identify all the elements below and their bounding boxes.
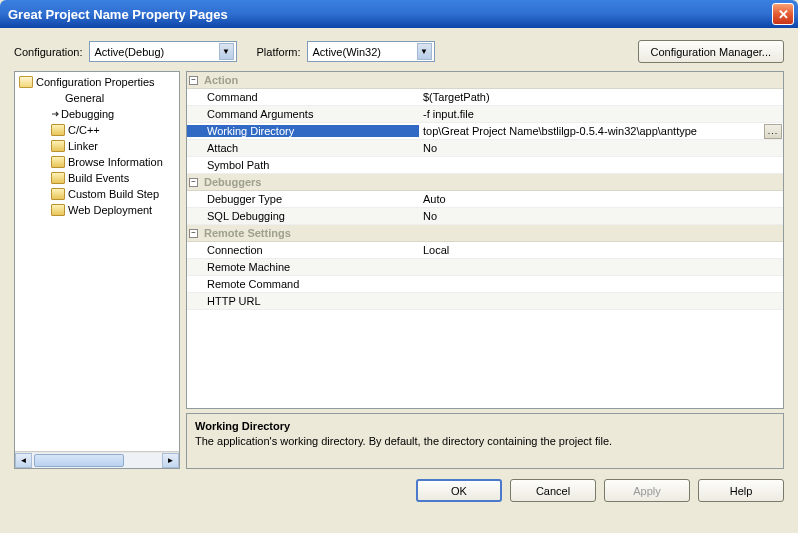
tree-item-label: Build Events (68, 172, 129, 184)
property-value: Auto (423, 193, 446, 205)
tree-item-label: C/C++ (68, 124, 100, 136)
property-row[interactable]: Remote Command (187, 276, 783, 293)
ellipsis-button[interactable]: ... (764, 124, 782, 139)
close-button[interactable]: ✕ (772, 3, 794, 25)
property-row[interactable]: Symbol Path (187, 157, 783, 174)
folder-icon (51, 204, 65, 216)
property-row[interactable]: Debugger TypeAuto (187, 191, 783, 208)
property-row[interactable]: Command$(TargetPath) (187, 89, 783, 106)
apply-button[interactable]: Apply (604, 479, 690, 502)
group-title: Action (204, 74, 238, 86)
property-value: No (423, 142, 437, 154)
property-grid: −ActionCommand$(TargetPath)Command Argum… (186, 71, 784, 409)
horizontal-scrollbar[interactable]: ◄ ► (15, 451, 179, 468)
tree-item[interactable]: Debugging (15, 106, 179, 122)
property-value: -f input.file (423, 108, 474, 120)
property-name: Remote Machine (187, 261, 419, 273)
tree-item[interactable]: Linker (15, 138, 179, 154)
collapse-icon[interactable]: − (189, 178, 198, 187)
property-name: HTTP URL (187, 295, 419, 307)
property-row[interactable]: HTTP URL (187, 293, 783, 310)
titlebar: Great Project Name Property Pages ✕ (0, 0, 798, 28)
close-icon: ✕ (778, 7, 789, 22)
tree-item[interactable]: Browse Information (15, 154, 179, 170)
folder-icon (51, 172, 65, 184)
window-title: Great Project Name Property Pages (8, 7, 772, 22)
configuration-manager-button[interactable]: Configuration Manager... (638, 40, 784, 63)
tree-item[interactable]: Web Deployment (15, 202, 179, 218)
group-header[interactable]: −Debuggers (187, 174, 783, 191)
tree-item-label: General (65, 92, 104, 104)
property-row[interactable]: ConnectionLocal (187, 242, 783, 259)
folder-open-icon (19, 76, 33, 88)
property-name: Command Arguments (187, 108, 419, 120)
arrow-icon (51, 109, 61, 119)
tree-item-label: Custom Build Step (68, 188, 159, 200)
property-name: Connection (187, 244, 419, 256)
property-name: Command (187, 91, 419, 103)
property-value: $(TargetPath) (423, 91, 490, 103)
property-row[interactable]: Working Directorytop\Great Project Name\… (187, 123, 783, 140)
ok-button[interactable]: OK (416, 479, 502, 502)
chevron-down-icon: ▼ (219, 43, 234, 60)
tree-root[interactable]: Configuration Properties (15, 74, 179, 90)
collapse-icon[interactable]: − (189, 229, 198, 238)
platform-select[interactable]: Active(Win32) ▼ (307, 41, 435, 62)
property-name: Remote Command (187, 278, 419, 290)
configuration-label: Configuration: (14, 46, 83, 58)
tree-item[interactable]: General (15, 90, 179, 106)
tree-item-label: Web Deployment (68, 204, 152, 216)
tree-item-label: Linker (68, 140, 98, 152)
tree-panel: Configuration Properties GeneralDebuggin… (14, 71, 180, 469)
scrollbar-thumb[interactable] (34, 454, 124, 467)
tree-item[interactable]: Build Events (15, 170, 179, 186)
config-row: Configuration: Active(Debug) ▼ Platform:… (14, 40, 784, 63)
folder-icon (51, 156, 65, 168)
description-text: The application's working directory. By … (195, 435, 775, 447)
property-row[interactable]: SQL DebuggingNo (187, 208, 783, 225)
collapse-icon[interactable]: − (189, 76, 198, 85)
group-header[interactable]: −Action (187, 72, 783, 89)
group-title: Debuggers (204, 176, 261, 188)
property-name: Debugger Type (187, 193, 419, 205)
tree-item-label: Browse Information (68, 156, 163, 168)
property-name: SQL Debugging (187, 210, 419, 222)
property-value: No (423, 210, 437, 222)
property-name: Attach (187, 142, 419, 154)
description-title: Working Directory (195, 420, 775, 432)
help-button[interactable]: Help (698, 479, 784, 502)
property-row[interactable]: AttachNo (187, 140, 783, 157)
group-title: Remote Settings (204, 227, 291, 239)
property-value: top\Great Project Name\bstlilgp-0.5.4-wi… (423, 125, 697, 137)
chevron-down-icon: ▼ (417, 43, 432, 60)
tree-item[interactable]: C/C++ (15, 122, 179, 138)
scroll-left-icon[interactable]: ◄ (15, 453, 32, 468)
group-header[interactable]: −Remote Settings (187, 225, 783, 242)
folder-icon (51, 124, 65, 136)
folder-icon (51, 140, 65, 152)
cancel-button[interactable]: Cancel (510, 479, 596, 502)
tree-item[interactable]: Custom Build Step (15, 186, 179, 202)
tree: Configuration Properties GeneralDebuggin… (15, 72, 179, 451)
scroll-right-icon[interactable]: ► (162, 453, 179, 468)
property-name: Symbol Path (187, 159, 419, 171)
property-row[interactable]: Command Arguments-f input.file (187, 106, 783, 123)
property-row[interactable]: Remote Machine (187, 259, 783, 276)
platform-label: Platform: (257, 46, 301, 58)
tree-item-label: Debugging (61, 108, 114, 120)
property-name: Working Directory (187, 125, 419, 137)
configuration-select[interactable]: Active(Debug) ▼ (89, 41, 237, 62)
property-value: Local (423, 244, 449, 256)
description-panel: Working Directory The application's work… (186, 413, 784, 469)
folder-icon (51, 188, 65, 200)
dialog-buttons: OK Cancel Apply Help (14, 479, 784, 502)
